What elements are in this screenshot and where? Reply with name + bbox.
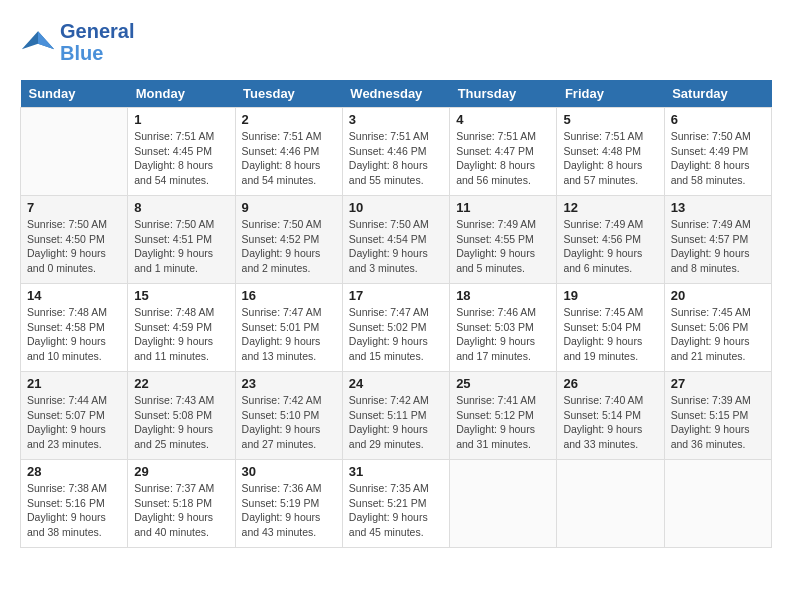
day-info: Sunrise: 7:49 AM Sunset: 4:56 PM Dayligh… <box>563 217 657 276</box>
day-info: Sunrise: 7:50 AM Sunset: 4:50 PM Dayligh… <box>27 217 121 276</box>
day-info: Sunrise: 7:47 AM Sunset: 5:02 PM Dayligh… <box>349 305 443 364</box>
day-number: 4 <box>456 112 550 127</box>
day-info: Sunrise: 7:35 AM Sunset: 5:21 PM Dayligh… <box>349 481 443 540</box>
calendar-cell: 3 Sunrise: 7:51 AM Sunset: 4:46 PM Dayli… <box>342 108 449 196</box>
calendar-cell: 29 Sunrise: 7:37 AM Sunset: 5:18 PM Dayl… <box>128 460 235 548</box>
day-info: Sunrise: 7:41 AM Sunset: 5:12 PM Dayligh… <box>456 393 550 452</box>
logo: General Blue <box>20 20 134 64</box>
calendar-cell <box>450 460 557 548</box>
day-number: 31 <box>349 464 443 479</box>
day-info: Sunrise: 7:51 AM Sunset: 4:46 PM Dayligh… <box>349 129 443 188</box>
calendar-header-row: SundayMondayTuesdayWednesdayThursdayFrid… <box>21 80 772 108</box>
column-header-wednesday: Wednesday <box>342 80 449 108</box>
day-info: Sunrise: 7:40 AM Sunset: 5:14 PM Dayligh… <box>563 393 657 452</box>
calendar-cell: 4 Sunrise: 7:51 AM Sunset: 4:47 PM Dayli… <box>450 108 557 196</box>
day-info: Sunrise: 7:50 AM Sunset: 4:51 PM Dayligh… <box>134 217 228 276</box>
calendar-cell: 20 Sunrise: 7:45 AM Sunset: 5:06 PM Dayl… <box>664 284 771 372</box>
day-info: Sunrise: 7:48 AM Sunset: 4:59 PM Dayligh… <box>134 305 228 364</box>
day-info: Sunrise: 7:48 AM Sunset: 4:58 PM Dayligh… <box>27 305 121 364</box>
day-number: 24 <box>349 376 443 391</box>
calendar-cell: 16 Sunrise: 7:47 AM Sunset: 5:01 PM Dayl… <box>235 284 342 372</box>
column-header-tuesday: Tuesday <box>235 80 342 108</box>
calendar-cell: 28 Sunrise: 7:38 AM Sunset: 5:16 PM Dayl… <box>21 460 128 548</box>
calendar-cell: 9 Sunrise: 7:50 AM Sunset: 4:52 PM Dayli… <box>235 196 342 284</box>
day-info: Sunrise: 7:44 AM Sunset: 5:07 PM Dayligh… <box>27 393 121 452</box>
day-info: Sunrise: 7:39 AM Sunset: 5:15 PM Dayligh… <box>671 393 765 452</box>
calendar-cell: 17 Sunrise: 7:47 AM Sunset: 5:02 PM Dayl… <box>342 284 449 372</box>
column-header-thursday: Thursday <box>450 80 557 108</box>
day-number: 12 <box>563 200 657 215</box>
calendar-week-row: 14 Sunrise: 7:48 AM Sunset: 4:58 PM Dayl… <box>21 284 772 372</box>
day-number: 9 <box>242 200 336 215</box>
day-number: 19 <box>563 288 657 303</box>
day-number: 23 <box>242 376 336 391</box>
calendar-table: SundayMondayTuesdayWednesdayThursdayFrid… <box>20 80 772 548</box>
day-number: 28 <box>27 464 121 479</box>
calendar-cell <box>557 460 664 548</box>
day-number: 7 <box>27 200 121 215</box>
day-number: 18 <box>456 288 550 303</box>
day-number: 26 <box>563 376 657 391</box>
day-info: Sunrise: 7:45 AM Sunset: 5:06 PM Dayligh… <box>671 305 765 364</box>
calendar-cell: 12 Sunrise: 7:49 AM Sunset: 4:56 PM Dayl… <box>557 196 664 284</box>
calendar-cell: 25 Sunrise: 7:41 AM Sunset: 5:12 PM Dayl… <box>450 372 557 460</box>
calendar-cell: 11 Sunrise: 7:49 AM Sunset: 4:55 PM Dayl… <box>450 196 557 284</box>
logo-text-line1: General <box>60 20 134 42</box>
logo-icon <box>20 24 56 60</box>
calendar-cell: 6 Sunrise: 7:50 AM Sunset: 4:49 PM Dayli… <box>664 108 771 196</box>
calendar-cell: 31 Sunrise: 7:35 AM Sunset: 5:21 PM Dayl… <box>342 460 449 548</box>
day-info: Sunrise: 7:51 AM Sunset: 4:45 PM Dayligh… <box>134 129 228 188</box>
day-number: 17 <box>349 288 443 303</box>
column-header-saturday: Saturday <box>664 80 771 108</box>
calendar-cell: 5 Sunrise: 7:51 AM Sunset: 4:48 PM Dayli… <box>557 108 664 196</box>
column-header-sunday: Sunday <box>21 80 128 108</box>
calendar-cell: 27 Sunrise: 7:39 AM Sunset: 5:15 PM Dayl… <box>664 372 771 460</box>
calendar-cell <box>664 460 771 548</box>
calendar-cell: 8 Sunrise: 7:50 AM Sunset: 4:51 PM Dayli… <box>128 196 235 284</box>
day-info: Sunrise: 7:45 AM Sunset: 5:04 PM Dayligh… <box>563 305 657 364</box>
day-info: Sunrise: 7:42 AM Sunset: 5:11 PM Dayligh… <box>349 393 443 452</box>
logo-text-line2: Blue <box>60 42 134 64</box>
svg-marker-1 <box>38 31 54 49</box>
day-number: 14 <box>27 288 121 303</box>
column-header-monday: Monday <box>128 80 235 108</box>
day-info: Sunrise: 7:43 AM Sunset: 5:08 PM Dayligh… <box>134 393 228 452</box>
day-number: 5 <box>563 112 657 127</box>
day-number: 29 <box>134 464 228 479</box>
day-number: 21 <box>27 376 121 391</box>
day-info: Sunrise: 7:51 AM Sunset: 4:47 PM Dayligh… <box>456 129 550 188</box>
day-number: 8 <box>134 200 228 215</box>
calendar-cell: 23 Sunrise: 7:42 AM Sunset: 5:10 PM Dayl… <box>235 372 342 460</box>
calendar-cell: 18 Sunrise: 7:46 AM Sunset: 5:03 PM Dayl… <box>450 284 557 372</box>
day-info: Sunrise: 7:51 AM Sunset: 4:46 PM Dayligh… <box>242 129 336 188</box>
day-info: Sunrise: 7:49 AM Sunset: 4:57 PM Dayligh… <box>671 217 765 276</box>
calendar-cell: 13 Sunrise: 7:49 AM Sunset: 4:57 PM Dayl… <box>664 196 771 284</box>
calendar-cell: 26 Sunrise: 7:40 AM Sunset: 5:14 PM Dayl… <box>557 372 664 460</box>
day-info: Sunrise: 7:42 AM Sunset: 5:10 PM Dayligh… <box>242 393 336 452</box>
calendar-week-row: 7 Sunrise: 7:50 AM Sunset: 4:50 PM Dayli… <box>21 196 772 284</box>
day-number: 13 <box>671 200 765 215</box>
calendar-cell: 14 Sunrise: 7:48 AM Sunset: 4:58 PM Dayl… <box>21 284 128 372</box>
day-number: 25 <box>456 376 550 391</box>
calendar-cell: 10 Sunrise: 7:50 AM Sunset: 4:54 PM Dayl… <box>342 196 449 284</box>
day-number: 30 <box>242 464 336 479</box>
column-header-friday: Friday <box>557 80 664 108</box>
day-info: Sunrise: 7:50 AM Sunset: 4:52 PM Dayligh… <box>242 217 336 276</box>
calendar-cell: 1 Sunrise: 7:51 AM Sunset: 4:45 PM Dayli… <box>128 108 235 196</box>
day-info: Sunrise: 7:36 AM Sunset: 5:19 PM Dayligh… <box>242 481 336 540</box>
day-number: 27 <box>671 376 765 391</box>
calendar-cell: 21 Sunrise: 7:44 AM Sunset: 5:07 PM Dayl… <box>21 372 128 460</box>
calendar-week-row: 1 Sunrise: 7:51 AM Sunset: 4:45 PM Dayli… <box>21 108 772 196</box>
day-number: 1 <box>134 112 228 127</box>
day-info: Sunrise: 7:37 AM Sunset: 5:18 PM Dayligh… <box>134 481 228 540</box>
calendar-cell: 19 Sunrise: 7:45 AM Sunset: 5:04 PM Dayl… <box>557 284 664 372</box>
calendar-cell: 2 Sunrise: 7:51 AM Sunset: 4:46 PM Dayli… <box>235 108 342 196</box>
day-number: 20 <box>671 288 765 303</box>
calendar-week-row: 28 Sunrise: 7:38 AM Sunset: 5:16 PM Dayl… <box>21 460 772 548</box>
day-number: 16 <box>242 288 336 303</box>
day-number: 3 <box>349 112 443 127</box>
day-info: Sunrise: 7:46 AM Sunset: 5:03 PM Dayligh… <box>456 305 550 364</box>
calendar-cell <box>21 108 128 196</box>
day-number: 10 <box>349 200 443 215</box>
day-number: 2 <box>242 112 336 127</box>
